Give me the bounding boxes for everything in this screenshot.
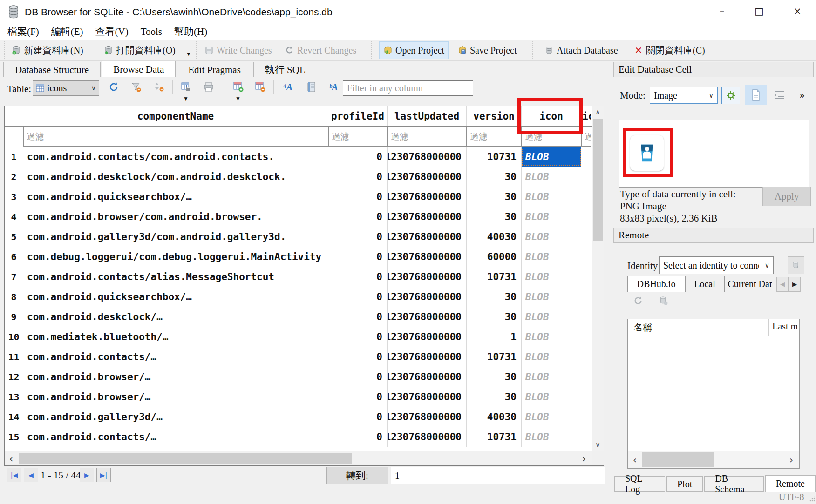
cell-version[interactable]: 30 [467,307,522,327]
cell-version[interactable]: 30 [467,287,522,307]
cell-componentName[interactable]: com.android.contacts/… [23,347,328,367]
row-number[interactable]: 10 [5,327,23,347]
menu-item-help[interactable]: 幫助(H) [174,25,207,38]
column-header-componentName[interactable]: componentName [23,106,328,126]
cell-lastUpdated[interactable]: 1230768000000 [388,227,467,247]
apply-button[interactable]: Apply [762,187,811,206]
cell-partial[interactable] [581,427,591,447]
cell-profileId[interactable]: 0 [328,287,388,307]
remote-tab-dbhub[interactable]: DBHub.io [627,276,685,292]
filter-input-version[interactable]: 過濾 [467,127,522,147]
cell-lastUpdated[interactable]: 1230768000000 [388,347,467,367]
cell-version[interactable]: 10731 [467,427,522,447]
open-database-dropdown-arrow[interactable]: ▼ [186,51,191,58]
panel-splitter[interactable] [607,61,607,504]
goto-button[interactable]: 轉到: [326,467,388,484]
cell-partial[interactable] [581,387,591,407]
cell-version[interactable]: 30 [467,367,522,387]
cell-version[interactable]: 30 [467,167,522,187]
cell-lastUpdated[interactable]: 1230768000000 [388,327,467,347]
dock-tab-plot[interactable]: Plot [666,476,703,492]
cell-componentName[interactable]: com.android.quicksearchbox/… [23,287,328,307]
cell-icon-blob[interactable]: BLOB [522,327,581,347]
cell-icon-blob[interactable]: BLOB [522,427,581,447]
cell-icon-blob[interactable]: BLOB [522,347,581,367]
cell-partial[interactable] [581,287,591,307]
cell-icon-blob[interactable]: BLOB [522,187,581,207]
column-header-version[interactable]: version [467,106,522,126]
cell-profileId[interactable]: 0 [328,387,388,407]
row-number[interactable]: 5 [5,227,23,247]
remote-refresh-button[interactable] [633,296,644,307]
cell-icon-blob[interactable]: BLOB [522,167,581,187]
cell-version[interactable]: 60000 [467,247,522,267]
cell-profileId[interactable]: 0 [328,167,388,187]
delete-record-button[interactable] [254,81,267,94]
horizontal-scrollbar-thumb[interactable] [19,453,352,464]
row-number[interactable]: 4 [5,207,23,227]
cell-profileId[interactable]: 0 [328,307,388,327]
cell-profileId[interactable]: 0 [328,327,388,347]
cell-lastUpdated[interactable]: 1230768000000 [388,367,467,387]
clear-sort-button[interactable] [153,81,166,94]
dock-tab-sql-log[interactable]: SQL Log [614,476,665,492]
cell-icon-blob[interactable]: BLOB [522,307,581,327]
scroll-left-icon[interactable]: ‹ [629,451,641,468]
row-number[interactable]: 15 [5,427,23,447]
menu-item-tools[interactable]: Tools [141,26,162,38]
filter-input-componentName[interactable]: 過濾 [23,127,328,147]
write-changes-button[interactable]: Write Changes [201,41,276,59]
save-table-button[interactable] [180,81,193,94]
filter-input-partial[interactable]: 過濾 [581,127,591,147]
panel-overflow-icon[interactable]: » [800,89,805,101]
row-number[interactable]: 13 [5,387,23,407]
cell-lastUpdated[interactable]: 1230768000000 [388,247,467,267]
cell-lastUpdated[interactable]: 1230768000000 [388,187,467,207]
cell-version[interactable]: 40030 [467,227,522,247]
cell-version[interactable]: 10731 [467,267,522,287]
cell-profileId[interactable]: 0 [328,227,388,247]
tab-edit-pragmas[interactable]: Edit Pragmas [177,62,252,77]
column-header-lastUpdated[interactable]: lastUpdated [388,106,467,126]
remote-list-hscrollbar[interactable]: ‹ › [628,451,799,468]
cell-componentName[interactable]: com.android.deskclock/com.android.deskcl… [23,167,328,187]
auto-indent-button[interactable] [773,89,787,101]
cell-version[interactable]: 10731 [467,147,522,167]
cell-partial[interactable] [581,327,591,347]
cell-version[interactable]: 30 [467,387,522,407]
cell-componentName[interactable]: com.android.browser/com.android.browser. [23,207,328,227]
cell-lastUpdated[interactable]: 1230768000000 [388,287,467,307]
cell-componentName[interactable]: com.android.contacts/com.android.contact… [23,147,328,167]
cell-componentName[interactable]: com.android.contacts/alias.MessageShortc… [23,267,328,287]
close-button[interactable]: × [787,3,808,19]
cell-profileId[interactable]: 0 [328,187,388,207]
cell-lastUpdated[interactable]: 1230768000000 [388,267,467,287]
table-select[interactable]: icons ∨ [33,80,99,96]
print-button[interactable] [202,81,215,94]
cell-profileId[interactable]: 0 [328,407,388,427]
resize-grip-icon[interactable] [809,496,816,502]
identity-select[interactable]: Select an identity to conne ∨ [659,256,774,274]
cell-lastUpdated[interactable]: 1230768000000 [388,207,467,227]
row-number[interactable]: 11 [5,347,23,367]
word-wrap-button[interactable] [305,81,318,94]
filter-input-icon[interactable]: 過濾 [522,127,581,147]
refresh-button[interactable] [107,81,120,94]
cell-version[interactable]: 10731 [467,347,522,367]
cell-icon-blob[interactable]: BLOB [522,247,581,267]
cell-componentName[interactable]: com.android.deskclock/… [23,307,328,327]
maximize-button[interactable]: □ [748,3,770,19]
open-project-button[interactable]: Open Project [379,41,449,59]
cell-version[interactable]: 30 [467,187,522,207]
insert-record-button[interactable] [232,81,245,94]
last-record-button[interactable]: ▶| [96,468,111,482]
dock-tab-db-schema[interactable]: DB Schema [704,476,764,492]
filter-input-profileId[interactable]: 過濾 [328,127,388,147]
tab-scroll-right-button[interactable]: ▶ [789,277,801,292]
scroll-up-icon[interactable]: ∧ [592,106,604,118]
tab-database-structure[interactable]: Database Structure [3,62,101,77]
cell-version[interactable]: 30 [467,207,522,227]
row-number[interactable]: 8 [5,287,23,307]
text-mode-button[interactable] [745,85,767,105]
column-header-profileId[interactable]: profileId [328,106,388,126]
